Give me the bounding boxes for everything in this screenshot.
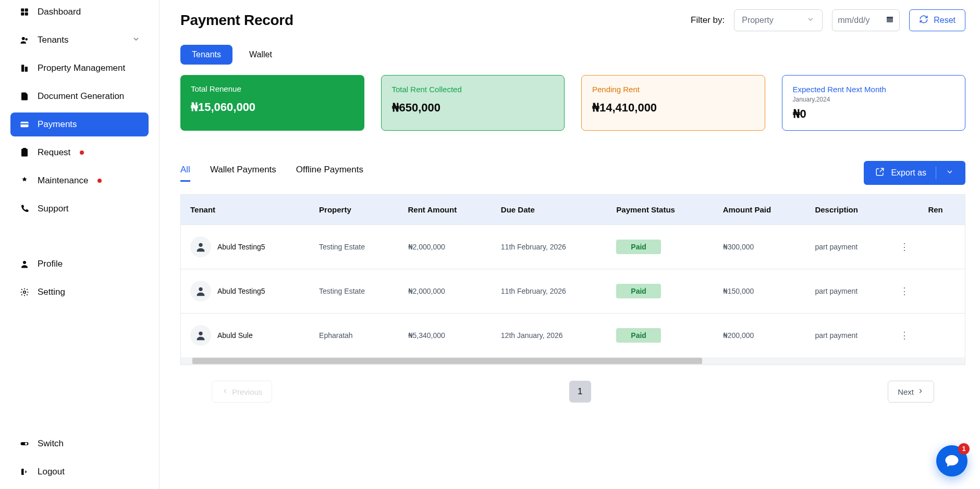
subtab-wallet-payments[interactable]: Wallet Payments	[210, 165, 276, 182]
card-value: ₦650,000	[392, 101, 554, 115]
chevron-right-icon	[917, 387, 924, 396]
row-menu-button[interactable]: ⋮	[900, 286, 909, 296]
sidebar-item-label: Document Generation	[38, 91, 124, 102]
card-subtitle: January,2024	[793, 96, 955, 103]
payments-icon	[19, 119, 30, 130]
amount-paid-cell: ₦150,000	[714, 269, 806, 314]
status-badge: Paid	[616, 284, 661, 298]
export-label: Export as	[891, 168, 926, 178]
table-row: Abuld Sule Epharatah ₦5,340,000 12th Jan…	[181, 314, 965, 358]
tab-wallet[interactable]: Wallet	[238, 45, 284, 65]
svg-rect-1	[25, 8, 28, 11]
filter-label: Filter by:	[691, 15, 725, 26]
col-description: Description	[805, 195, 890, 225]
col-property: Property	[310, 195, 398, 225]
chat-widget[interactable]: 1	[936, 445, 967, 477]
sidebar-item-support[interactable]: Support	[10, 197, 149, 221]
support-icon	[19, 203, 30, 215]
sidebar-item-label: Payments	[38, 119, 77, 130]
svg-point-20	[199, 332, 202, 335]
tenant-name: Abuld Testing5	[217, 287, 265, 295]
previous-button[interactable]: Previous	[212, 381, 272, 403]
request-icon	[19, 147, 30, 158]
rent-amount-cell: ₦2,000,000	[399, 225, 492, 269]
tab-tenants[interactable]: Tenants	[180, 45, 232, 65]
due-date-cell: 11th February, 2026	[492, 225, 607, 269]
card-expected-rent: Expected Rent Next Month January,2024 ₦0	[782, 75, 966, 131]
table-row: Abuld Testing5 Testing Estate ₦2,000,000…	[181, 269, 965, 314]
sidebar-item-request[interactable]: Request	[10, 141, 149, 165]
logout-icon	[19, 466, 30, 478]
sidebar-item-switch[interactable]: Switch	[10, 432, 149, 456]
maintenance-icon	[19, 175, 30, 186]
col-tenant: Tenant	[181, 195, 310, 225]
svg-rect-9	[21, 123, 29, 124]
row-menu-button[interactable]: ⋮	[900, 242, 909, 252]
sidebar-item-payments[interactable]: Payments	[10, 112, 149, 136]
tenants-icon	[19, 34, 30, 46]
subtab-all[interactable]: All	[180, 165, 190, 182]
svg-rect-0	[21, 8, 24, 11]
card-value: ₦15,060,000	[191, 101, 354, 114]
col-rent-amount: Rent Amount	[399, 195, 492, 225]
card-value: ₦14,410,000	[592, 101, 754, 115]
sidebar-item-dashboard[interactable]: Dashboard	[10, 0, 149, 24]
card-title: Expected Rent Next Month	[793, 85, 955, 94]
reset-button[interactable]: Reset	[909, 9, 965, 31]
profile-icon	[19, 258, 30, 270]
sidebar-item-label: Dashboard	[38, 7, 81, 17]
card-title: Total Renenue	[191, 84, 354, 93]
notification-dot	[97, 179, 102, 183]
sidebar: Dashboard Tenants Property Management	[0, 0, 160, 489]
export-icon	[875, 167, 885, 179]
description-cell: part payment	[805, 269, 890, 314]
scrollbar-thumb[interactable]	[192, 358, 702, 364]
property-cell: Testing Estate	[310, 225, 398, 269]
date-input[interactable]: mm/dd/y	[832, 9, 900, 31]
svg-rect-11	[23, 148, 26, 150]
svg-point-15	[25, 443, 28, 445]
sidebar-item-label: Setting	[38, 287, 65, 297]
sidebar-item-document-generation[interactable]: Document Generation	[10, 84, 149, 108]
col-payment-status: Payment Status	[607, 195, 713, 225]
dashboard-icon	[19, 6, 30, 18]
avatar	[190, 281, 211, 302]
svg-rect-3	[25, 12, 28, 16]
page-number[interactable]: 1	[569, 381, 591, 403]
next-button[interactable]: Next	[888, 381, 934, 403]
subtab-offline-payments[interactable]: Offline Payments	[296, 165, 363, 182]
sidebar-item-setting[interactable]: Setting	[10, 280, 149, 304]
row-menu-button[interactable]: ⋮	[900, 330, 909, 341]
refresh-icon	[919, 15, 928, 26]
sidebar-item-label: Tenants	[38, 35, 69, 45]
sidebar-item-label: Property Management	[38, 63, 125, 73]
payments-table: Tenant Property Rent Amount Due Date Pay…	[180, 194, 965, 365]
sidebar-item-maintenance[interactable]: Maintenance	[10, 169, 149, 193]
card-value: ₦0	[793, 107, 955, 121]
export-button[interactable]: Export as	[864, 161, 965, 185]
next-label: Next	[898, 387, 914, 396]
property-icon	[19, 62, 30, 74]
sidebar-item-label: Support	[38, 204, 69, 214]
chat-badge: 1	[958, 443, 970, 455]
sidebar-item-tenants[interactable]: Tenants	[10, 28, 149, 52]
card-rent-collected: Total Rent Collected ₦650,000	[381, 75, 565, 131]
svg-point-19	[199, 287, 202, 291]
col-ren: Ren	[918, 195, 965, 225]
sidebar-item-label: Request	[38, 147, 70, 158]
rent-amount-cell: ₦2,000,000	[399, 269, 492, 314]
status-badge: Paid	[616, 328, 661, 343]
sidebar-item-property-management[interactable]: Property Management	[10, 56, 149, 80]
property-select[interactable]: Property	[734, 9, 823, 31]
table-row: Abuld Testing5 Testing Estate ₦2,000,000…	[181, 225, 965, 269]
svg-rect-6	[21, 65, 24, 72]
property-cell: Testing Estate	[310, 269, 398, 314]
svg-rect-17	[887, 17, 893, 18]
sidebar-item-logout[interactable]: Logout	[10, 460, 149, 484]
chevron-left-icon	[222, 387, 229, 396]
horizontal-scrollbar[interactable]	[181, 357, 965, 365]
avatar	[190, 325, 211, 346]
reset-label: Reset	[934, 16, 956, 25]
svg-point-5	[26, 38, 28, 41]
sidebar-item-profile[interactable]: Profile	[10, 252, 149, 276]
